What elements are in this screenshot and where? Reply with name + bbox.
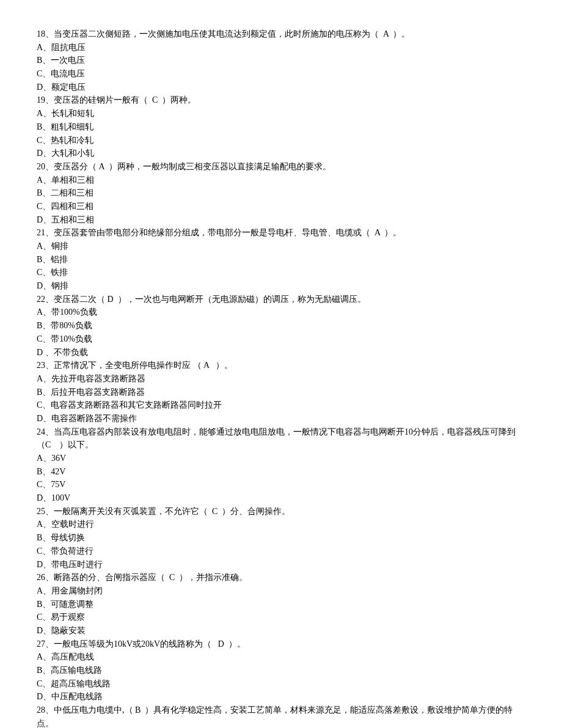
question-option: D、100V	[37, 491, 525, 505]
question-option: C、带负荷进行	[37, 545, 525, 558]
question-option: A、铜排	[37, 240, 525, 253]
question-option: B、一次电压	[37, 54, 525, 67]
question-stem: 18、当变压器二次侧短路，一次侧施加电压使其电流达到额定值，此时所施加的电压称为…	[37, 28, 525, 41]
question-option: D、带电压时进行	[37, 558, 525, 572]
question-option: D 、不带负载	[37, 346, 525, 359]
question-stem: 24、当高压电容器内部装设有放电电阻时，能够通过放电电阻放电，一般情况下电容器与…	[37, 425, 525, 452]
question-option: D、钢排	[37, 279, 525, 293]
question-option: C、铁排	[37, 266, 525, 279]
question-stem: 25、一般隔离开关没有灭弧装置，不允许它（ C ）分、合闸操作。	[37, 505, 525, 518]
question-option: B、二相和三相	[37, 186, 525, 200]
question-option: B、带80%负载	[37, 319, 525, 333]
question-stem: 20、变压器分（ A ）两种，一般均制成三相变压器以直接满足输配电的要求。	[37, 160, 525, 174]
question-stem: 19、变压器的硅钢片一般有（ C ）两种。	[37, 94, 525, 107]
question-stem: 27、一般电压等级为10kV或20kV的线路称为（ D ）。	[37, 638, 525, 651]
question-option: A、阻抗电压	[37, 41, 525, 54]
question-option: C、易于观察	[37, 611, 525, 624]
question-option: A、空载时进行	[37, 518, 525, 531]
question-option: B、铝排	[37, 253, 525, 267]
question-option: A、高压配电线	[37, 650, 525, 664]
question-option: B、母线切换	[37, 531, 525, 545]
question-option: C、热轧和冷轧	[37, 134, 525, 147]
question-option: B、后拉开电容器支路断路器	[37, 386, 525, 399]
question-option: A、用金属物封闭	[37, 584, 525, 598]
question-stem: 28、中低压电力电缆中,（ B ）具有化学稳定性高，安装工艺简单，材料来源充足，…	[37, 704, 525, 728]
question-stem: 21、变压器套管由带电部分和绝缘部分组成，带电部分一般是导电杆、导电管、电缆或（…	[37, 226, 525, 240]
question-option: B、42V	[37, 465, 525, 479]
question-option: D、电容器断路器不需操作	[37, 412, 525, 425]
question-option: B、粗轧和细轧	[37, 120, 525, 134]
question-option: D、中压配电线路	[37, 690, 525, 704]
question-option: C、电流电压	[37, 67, 525, 81]
question-option: D、五相和三相	[37, 213, 525, 227]
question-option: A、单相和三相	[37, 174, 525, 187]
question-option: A、带100%负载	[37, 306, 525, 319]
question-option: D、额定电压	[37, 81, 525, 94]
document-body: 18、当变压器二次侧短路，一次侧施加电压使其电流达到额定值，此时所施加的电压称为…	[37, 28, 525, 728]
question-option: C、四相和三相	[37, 200, 525, 213]
question-option: D、隐蔽安装	[37, 624, 525, 638]
question-option: A、36V	[37, 452, 525, 465]
question-option: A、先拉开电容器支路断路器	[37, 372, 525, 386]
question-stem: 22、变压器二次（ D ），一次也与电网断开（无电源励磁）的调压，称为无励磁调压…	[37, 293, 525, 306]
question-option: D、大轧和小轧	[37, 147, 525, 160]
question-stem: 26、断路器的分、合闸指示器应（ C ），并指示准确。	[37, 571, 525, 584]
question-option: C、电容器支路断路器和其它支路断路器同时拉开	[37, 399, 525, 412]
question-option: A、长轧和短轧	[37, 107, 525, 120]
question-option: B、高压输电线路	[37, 664, 525, 677]
question-option: C、超高压输电线路	[37, 677, 525, 691]
question-option: B、可随意调整	[37, 598, 525, 611]
question-option: C、带10%负载	[37, 333, 525, 346]
question-option: C、75V	[37, 478, 525, 491]
question-stem: 23、正常情况下，全变电所停电操作时应 （ A ）。	[37, 359, 525, 372]
